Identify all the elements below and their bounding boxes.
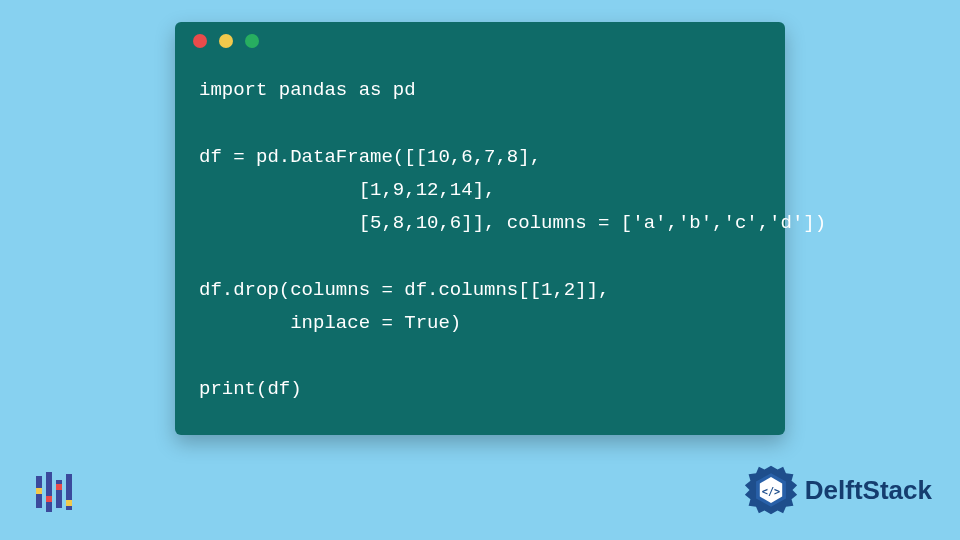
left-logo-icon <box>32 470 76 514</box>
code-window: import pandas as pd df = pd.DataFrame([[… <box>175 22 785 435</box>
gear-badge-icon: </> <box>743 462 799 518</box>
svg-rect-4 <box>36 488 42 494</box>
svg-rect-1 <box>46 472 52 512</box>
code-line: [5,8,10,6]], columns = ['a','b','c','d']… <box>199 212 826 234</box>
svg-rect-6 <box>56 484 62 490</box>
code-block: import pandas as pd df = pd.DataFrame([[… <box>175 60 785 435</box>
svg-rect-7 <box>66 500 72 506</box>
svg-rect-5 <box>46 496 52 502</box>
code-line: df.drop(columns = df.columns[[1,2]], <box>199 279 609 301</box>
code-line: import pandas as pd <box>199 79 416 101</box>
delftstack-logo: </> DelftStack <box>743 462 932 518</box>
code-line: print(df) <box>199 378 302 400</box>
minimize-icon <box>219 34 233 48</box>
code-line: df = pd.DataFrame([[10,6,7,8], <box>199 146 541 168</box>
close-icon <box>193 34 207 48</box>
code-line: [1,9,12,14], <box>199 179 495 201</box>
brand-text: DelftStack <box>805 475 932 506</box>
svg-text:</>: </> <box>762 485 781 497</box>
maximize-icon <box>245 34 259 48</box>
code-line: inplace = True) <box>199 312 461 334</box>
window-titlebar <box>175 22 785 60</box>
